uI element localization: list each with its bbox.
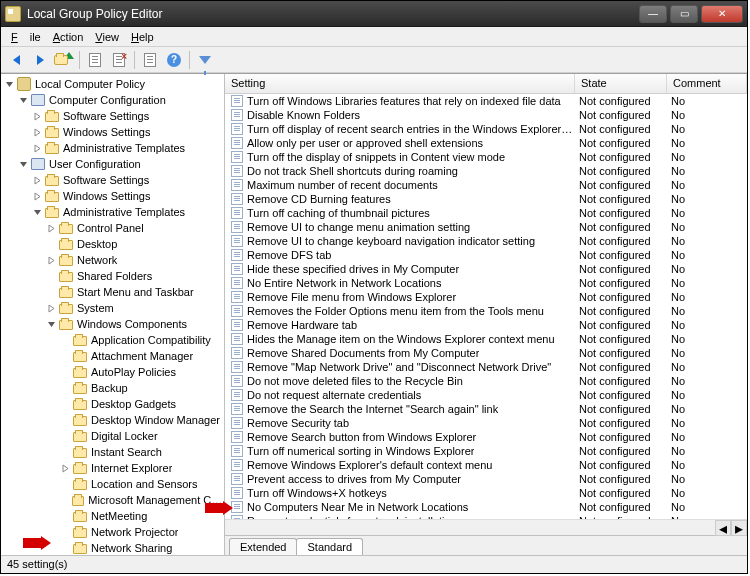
- tree-item[interactable]: Network: [1, 252, 224, 268]
- tree-item[interactable]: Software Settings: [1, 172, 224, 188]
- settings-list[interactable]: Turn off Windows Libraries features that…: [225, 94, 747, 519]
- expand-toggle-icon[interactable]: [33, 128, 42, 137]
- scroll-right-icon[interactable]: ▸: [731, 520, 747, 536]
- up-button[interactable]: [53, 49, 75, 71]
- tree-item[interactable]: Internet Explorer: [1, 460, 224, 476]
- setting-row[interactable]: Allow only per user or approved shell ex…: [225, 136, 747, 150]
- horizontal-scrollbar[interactable]: ◂ ▸: [225, 519, 747, 535]
- setting-row[interactable]: Remove UI to change keyboard navigation …: [225, 234, 747, 248]
- tree-item[interactable]: Administrative Templates: [1, 204, 224, 220]
- tree-pane[interactable]: Local Computer PolicyComputer Configurat…: [1, 74, 225, 555]
- tree-item[interactable]: Windows Components: [1, 316, 224, 332]
- setting-row[interactable]: Remove "Map Network Drive" and "Disconne…: [225, 360, 747, 374]
- tree-item[interactable]: Desktop Gadgets: [1, 396, 224, 412]
- setting-row[interactable]: Hide these specified drives in My Comput…: [225, 262, 747, 276]
- setting-row[interactable]: Remove UI to change menu animation setti…: [225, 220, 747, 234]
- setting-row[interactable]: Turn off numerical sorting in Windows Ex…: [225, 444, 747, 458]
- close-button[interactable]: ✕: [701, 5, 743, 23]
- properties-button[interactable]: [108, 49, 130, 71]
- expand-toggle-icon[interactable]: [5, 80, 14, 89]
- setting-row[interactable]: Do not move deleted files to the Recycle…: [225, 374, 747, 388]
- expand-toggle-icon[interactable]: [33, 208, 42, 217]
- menu-file[interactable]: File: [5, 29, 47, 45]
- back-button[interactable]: [5, 49, 27, 71]
- setting-row[interactable]: Turn off Windows Libraries features that…: [225, 94, 747, 108]
- export-button[interactable]: [139, 49, 161, 71]
- tab-extended[interactable]: Extended: [229, 538, 297, 555]
- forward-button[interactable]: [29, 49, 51, 71]
- tree-item[interactable]: Shared Folders: [1, 268, 224, 284]
- tab-standard[interactable]: Standard: [296, 538, 363, 555]
- expand-toggle-icon[interactable]: [47, 304, 56, 313]
- setting-row[interactable]: Removes the Folder Options menu item fro…: [225, 304, 747, 318]
- setting-row[interactable]: Do not track Shell shortcuts during roam…: [225, 164, 747, 178]
- setting-row[interactable]: Remove Security tabNot configuredNo: [225, 416, 747, 430]
- setting-row[interactable]: Turn off caching of thumbnail picturesNo…: [225, 206, 747, 220]
- tree-item[interactable]: Windows Settings: [1, 124, 224, 140]
- tree-item[interactable]: Attachment Manager: [1, 348, 224, 364]
- setting-row[interactable]: Remove Windows Explorer's default contex…: [225, 458, 747, 472]
- tree-item[interactable]: Local Computer Policy: [1, 76, 224, 92]
- scroll-left-icon[interactable]: ◂: [715, 520, 731, 536]
- tree-item[interactable]: User Configuration: [1, 156, 224, 172]
- setting-row[interactable]: No Entire Network in Network LocationsNo…: [225, 276, 747, 290]
- tree-item[interactable]: Application Compatibility: [1, 332, 224, 348]
- help-button[interactable]: ?: [163, 49, 185, 71]
- expand-toggle-icon[interactable]: [47, 224, 56, 233]
- setting-row[interactable]: No Computers Near Me in Network Location…: [225, 500, 747, 514]
- expand-toggle-icon[interactable]: [33, 176, 42, 185]
- tree-item[interactable]: Location and Sensors: [1, 476, 224, 492]
- setting-row[interactable]: Prevent access to drives from My Compute…: [225, 472, 747, 486]
- setting-row[interactable]: Hides the Manage item on the Windows Exp…: [225, 332, 747, 346]
- expand-toggle-icon[interactable]: [47, 256, 56, 265]
- expand-toggle-icon[interactable]: [33, 192, 42, 201]
- setting-row[interactable]: Remove DFS tabNot configuredNo: [225, 248, 747, 262]
- tree-item[interactable]: Network Projector: [1, 524, 224, 540]
- tree-item[interactable]: Microsoft Management Console: [1, 492, 224, 508]
- expand-toggle-icon[interactable]: [19, 160, 28, 169]
- menu-help[interactable]: Help: [125, 29, 160, 45]
- expand-toggle-icon[interactable]: [33, 112, 42, 121]
- title-bar[interactable]: Local Group Policy Editor — ▭ ✕: [1, 1, 747, 27]
- setting-row[interactable]: Turn off the display of snippets in Cont…: [225, 150, 747, 164]
- setting-row[interactable]: Remove File menu from Windows ExplorerNo…: [225, 290, 747, 304]
- tree-item[interactable]: AutoPlay Policies: [1, 364, 224, 380]
- setting-row[interactable]: Remove CD Burning featuresNot configured…: [225, 192, 747, 206]
- setting-row[interactable]: Remove the Search the Internet "Search a…: [225, 402, 747, 416]
- tree-item[interactable]: Windows Settings: [1, 188, 224, 204]
- setting-row[interactable]: Remove Search button from Windows Explor…: [225, 430, 747, 444]
- tree-item[interactable]: Start Menu and Taskbar: [1, 284, 224, 300]
- tree-item[interactable]: Backup: [1, 380, 224, 396]
- show-hide-tree-button[interactable]: [84, 49, 106, 71]
- expand-toggle-icon[interactable]: [19, 96, 28, 105]
- menu-action[interactable]: Action: [47, 29, 90, 45]
- filter-button[interactable]: [194, 49, 216, 71]
- tree-item[interactable]: Software Settings: [1, 108, 224, 124]
- setting-row[interactable]: Turn off display of recent search entrie…: [225, 122, 747, 136]
- tree-item[interactable]: Administrative Templates: [1, 140, 224, 156]
- tree-item[interactable]: Desktop Window Manager: [1, 412, 224, 428]
- column-comment[interactable]: Comment: [667, 74, 747, 93]
- maximize-button[interactable]: ▭: [670, 5, 698, 23]
- tree-item[interactable]: Computer Configuration: [1, 92, 224, 108]
- tree-item[interactable]: Digital Locker: [1, 428, 224, 444]
- expand-toggle-icon[interactable]: [61, 464, 70, 473]
- tree-item[interactable]: Control Panel: [1, 220, 224, 236]
- tree-item[interactable]: Instant Search: [1, 444, 224, 460]
- tree-item[interactable]: Network Sharing: [1, 540, 224, 555]
- tree-item[interactable]: System: [1, 300, 224, 316]
- expand-toggle-icon[interactable]: [33, 144, 42, 153]
- setting-row[interactable]: Remove Hardware tabNot configuredNo: [225, 318, 747, 332]
- minimize-button[interactable]: —: [639, 5, 667, 23]
- column-setting[interactable]: Setting: [225, 74, 575, 93]
- tree-item[interactable]: NetMeeting: [1, 508, 224, 524]
- setting-row[interactable]: Disable Known FoldersNot configuredNo: [225, 108, 747, 122]
- setting-row[interactable]: Remove Shared Documents from My Computer…: [225, 346, 747, 360]
- setting-row[interactable]: Maximum number of recent documentsNot co…: [225, 178, 747, 192]
- expand-toggle-icon[interactable]: [47, 320, 56, 329]
- setting-row[interactable]: Do not request alternate credentialsNot …: [225, 388, 747, 402]
- column-state[interactable]: State: [575, 74, 667, 93]
- tree-item[interactable]: Desktop: [1, 236, 224, 252]
- setting-row[interactable]: Turn off Windows+X hotkeysNot configured…: [225, 486, 747, 500]
- menu-view[interactable]: View: [89, 29, 125, 45]
